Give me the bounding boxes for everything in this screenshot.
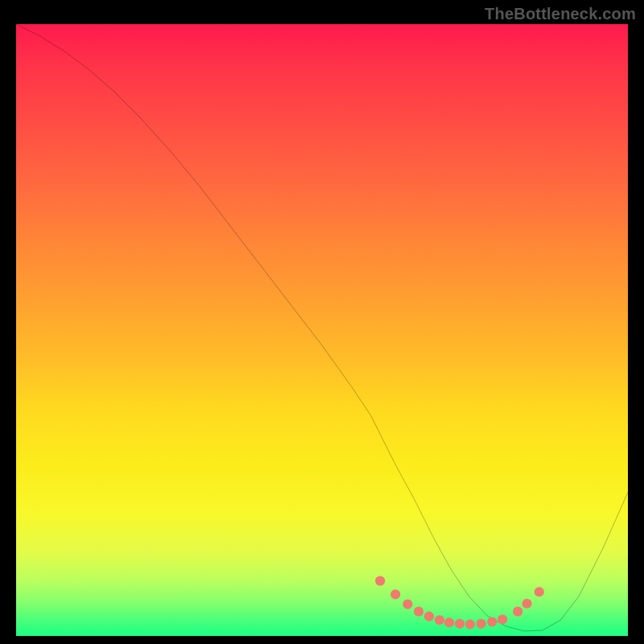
highlight-dot: [390, 589, 400, 599]
highlight-dot: [375, 576, 385, 586]
highlight-dot: [513, 607, 522, 617]
highlight-dot: [424, 612, 434, 621]
highlight-dot: [522, 599, 532, 609]
highlight-dot: [477, 619, 486, 629]
bottleneck-curve: [16, 24, 628, 631]
highlight-dot: [535, 587, 544, 597]
highlight-dot: [487, 617, 497, 626]
plot-overlay: [16, 24, 628, 636]
highlight-dots: [375, 576, 544, 630]
highlight-dot: [497, 614, 507, 624]
chart-stage: TheBottleneck.com: [0, 0, 644, 644]
highlight-dot: [465, 619, 475, 629]
highlight-dot: [444, 617, 454, 627]
watermark-label: TheBottleneck.com: [485, 5, 636, 23]
highlight-dot: [455, 619, 464, 629]
plot-area: [16, 24, 628, 636]
highlight-dot: [402, 599, 412, 609]
highlight-dot: [435, 615, 444, 625]
highlight-dot: [414, 607, 423, 617]
